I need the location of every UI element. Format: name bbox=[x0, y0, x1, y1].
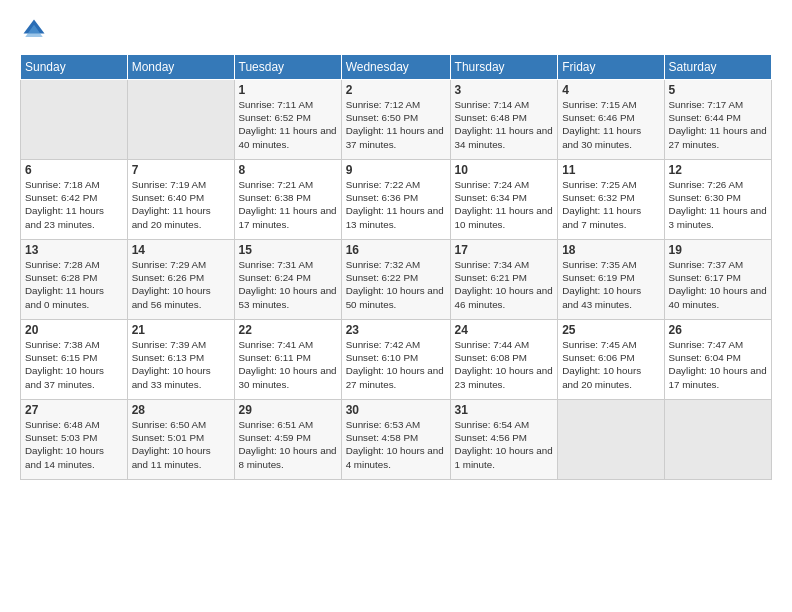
day-info: Sunrise: 7:41 AM Sunset: 6:11 PM Dayligh… bbox=[239, 338, 337, 391]
calendar-week-5: 27Sunrise: 6:48 AM Sunset: 5:03 PM Dayli… bbox=[21, 400, 772, 480]
calendar-cell: 16Sunrise: 7:32 AM Sunset: 6:22 PM Dayli… bbox=[341, 240, 450, 320]
day-number: 9 bbox=[346, 163, 446, 177]
calendar-cell: 25Sunrise: 7:45 AM Sunset: 6:06 PM Dayli… bbox=[558, 320, 664, 400]
day-number: 14 bbox=[132, 243, 230, 257]
calendar-cell: 17Sunrise: 7:34 AM Sunset: 6:21 PM Dayli… bbox=[450, 240, 558, 320]
header-saturday: Saturday bbox=[664, 55, 771, 80]
day-info: Sunrise: 7:14 AM Sunset: 6:48 PM Dayligh… bbox=[455, 98, 554, 151]
calendar-cell: 29Sunrise: 6:51 AM Sunset: 4:59 PM Dayli… bbox=[234, 400, 341, 480]
day-info: Sunrise: 7:18 AM Sunset: 6:42 PM Dayligh… bbox=[25, 178, 123, 231]
calendar-cell: 21Sunrise: 7:39 AM Sunset: 6:13 PM Dayli… bbox=[127, 320, 234, 400]
header-row: Sunday Monday Tuesday Wednesday Thursday… bbox=[21, 55, 772, 80]
day-info: Sunrise: 7:24 AM Sunset: 6:34 PM Dayligh… bbox=[455, 178, 554, 231]
day-number: 18 bbox=[562, 243, 659, 257]
calendar-cell: 19Sunrise: 7:37 AM Sunset: 6:17 PM Dayli… bbox=[664, 240, 771, 320]
calendar-week-3: 13Sunrise: 7:28 AM Sunset: 6:28 PM Dayli… bbox=[21, 240, 772, 320]
day-info: Sunrise: 7:22 AM Sunset: 6:36 PM Dayligh… bbox=[346, 178, 446, 231]
calendar-cell: 30Sunrise: 6:53 AM Sunset: 4:58 PM Dayli… bbox=[341, 400, 450, 480]
day-info: Sunrise: 7:39 AM Sunset: 6:13 PM Dayligh… bbox=[132, 338, 230, 391]
calendar-cell: 23Sunrise: 7:42 AM Sunset: 6:10 PM Dayli… bbox=[341, 320, 450, 400]
day-number: 11 bbox=[562, 163, 659, 177]
calendar-cell: 14Sunrise: 7:29 AM Sunset: 6:26 PM Dayli… bbox=[127, 240, 234, 320]
calendar-cell: 28Sunrise: 6:50 AM Sunset: 5:01 PM Dayli… bbox=[127, 400, 234, 480]
logo bbox=[20, 16, 52, 44]
calendar-body: 1Sunrise: 7:11 AM Sunset: 6:52 PM Daylig… bbox=[21, 80, 772, 480]
calendar-cell: 31Sunrise: 6:54 AM Sunset: 4:56 PM Dayli… bbox=[450, 400, 558, 480]
day-info: Sunrise: 7:25 AM Sunset: 6:32 PM Dayligh… bbox=[562, 178, 659, 231]
calendar-header: Sunday Monday Tuesday Wednesday Thursday… bbox=[21, 55, 772, 80]
day-info: Sunrise: 6:54 AM Sunset: 4:56 PM Dayligh… bbox=[455, 418, 554, 471]
day-number: 21 bbox=[132, 323, 230, 337]
day-number: 30 bbox=[346, 403, 446, 417]
day-number: 3 bbox=[455, 83, 554, 97]
day-info: Sunrise: 7:17 AM Sunset: 6:44 PM Dayligh… bbox=[669, 98, 767, 151]
day-number: 22 bbox=[239, 323, 337, 337]
day-number: 23 bbox=[346, 323, 446, 337]
calendar-cell: 26Sunrise: 7:47 AM Sunset: 6:04 PM Dayli… bbox=[664, 320, 771, 400]
calendar-cell: 15Sunrise: 7:31 AM Sunset: 6:24 PM Dayli… bbox=[234, 240, 341, 320]
day-info: Sunrise: 7:19 AM Sunset: 6:40 PM Dayligh… bbox=[132, 178, 230, 231]
calendar-week-4: 20Sunrise: 7:38 AM Sunset: 6:15 PM Dayli… bbox=[21, 320, 772, 400]
day-info: Sunrise: 6:53 AM Sunset: 4:58 PM Dayligh… bbox=[346, 418, 446, 471]
calendar-cell: 18Sunrise: 7:35 AM Sunset: 6:19 PM Dayli… bbox=[558, 240, 664, 320]
day-number: 13 bbox=[25, 243, 123, 257]
day-info: Sunrise: 6:51 AM Sunset: 4:59 PM Dayligh… bbox=[239, 418, 337, 471]
day-number: 7 bbox=[132, 163, 230, 177]
day-number: 20 bbox=[25, 323, 123, 337]
calendar-cell: 8Sunrise: 7:21 AM Sunset: 6:38 PM Daylig… bbox=[234, 160, 341, 240]
header bbox=[20, 16, 772, 44]
page: Sunday Monday Tuesday Wednesday Thursday… bbox=[0, 0, 792, 612]
day-number: 19 bbox=[669, 243, 767, 257]
day-number: 26 bbox=[669, 323, 767, 337]
day-number: 15 bbox=[239, 243, 337, 257]
calendar-cell: 5Sunrise: 7:17 AM Sunset: 6:44 PM Daylig… bbox=[664, 80, 771, 160]
day-info: Sunrise: 7:44 AM Sunset: 6:08 PM Dayligh… bbox=[455, 338, 554, 391]
calendar-cell: 12Sunrise: 7:26 AM Sunset: 6:30 PM Dayli… bbox=[664, 160, 771, 240]
day-number: 12 bbox=[669, 163, 767, 177]
calendar-table: Sunday Monday Tuesday Wednesday Thursday… bbox=[20, 54, 772, 480]
day-number: 10 bbox=[455, 163, 554, 177]
calendar-cell bbox=[558, 400, 664, 480]
day-info: Sunrise: 7:47 AM Sunset: 6:04 PM Dayligh… bbox=[669, 338, 767, 391]
day-info: Sunrise: 7:37 AM Sunset: 6:17 PM Dayligh… bbox=[669, 258, 767, 311]
calendar-cell bbox=[127, 80, 234, 160]
calendar-cell: 10Sunrise: 7:24 AM Sunset: 6:34 PM Dayli… bbox=[450, 160, 558, 240]
header-wednesday: Wednesday bbox=[341, 55, 450, 80]
day-number: 5 bbox=[669, 83, 767, 97]
day-info: Sunrise: 7:29 AM Sunset: 6:26 PM Dayligh… bbox=[132, 258, 230, 311]
calendar-cell: 6Sunrise: 7:18 AM Sunset: 6:42 PM Daylig… bbox=[21, 160, 128, 240]
calendar-cell: 9Sunrise: 7:22 AM Sunset: 6:36 PM Daylig… bbox=[341, 160, 450, 240]
calendar-cell: 11Sunrise: 7:25 AM Sunset: 6:32 PM Dayli… bbox=[558, 160, 664, 240]
day-info: Sunrise: 7:31 AM Sunset: 6:24 PM Dayligh… bbox=[239, 258, 337, 311]
header-sunday: Sunday bbox=[21, 55, 128, 80]
calendar-cell: 7Sunrise: 7:19 AM Sunset: 6:40 PM Daylig… bbox=[127, 160, 234, 240]
calendar-cell bbox=[664, 400, 771, 480]
day-info: Sunrise: 6:48 AM Sunset: 5:03 PM Dayligh… bbox=[25, 418, 123, 471]
day-info: Sunrise: 6:50 AM Sunset: 5:01 PM Dayligh… bbox=[132, 418, 230, 471]
calendar-week-2: 6Sunrise: 7:18 AM Sunset: 6:42 PM Daylig… bbox=[21, 160, 772, 240]
day-info: Sunrise: 7:42 AM Sunset: 6:10 PM Dayligh… bbox=[346, 338, 446, 391]
day-info: Sunrise: 7:45 AM Sunset: 6:06 PM Dayligh… bbox=[562, 338, 659, 391]
calendar-cell: 20Sunrise: 7:38 AM Sunset: 6:15 PM Dayli… bbox=[21, 320, 128, 400]
day-number: 8 bbox=[239, 163, 337, 177]
calendar-cell: 13Sunrise: 7:28 AM Sunset: 6:28 PM Dayli… bbox=[21, 240, 128, 320]
day-number: 25 bbox=[562, 323, 659, 337]
day-number: 4 bbox=[562, 83, 659, 97]
day-number: 16 bbox=[346, 243, 446, 257]
day-info: Sunrise: 7:35 AM Sunset: 6:19 PM Dayligh… bbox=[562, 258, 659, 311]
day-info: Sunrise: 7:38 AM Sunset: 6:15 PM Dayligh… bbox=[25, 338, 123, 391]
day-info: Sunrise: 7:28 AM Sunset: 6:28 PM Dayligh… bbox=[25, 258, 123, 311]
header-monday: Monday bbox=[127, 55, 234, 80]
day-number: 24 bbox=[455, 323, 554, 337]
day-number: 1 bbox=[239, 83, 337, 97]
day-info: Sunrise: 7:34 AM Sunset: 6:21 PM Dayligh… bbox=[455, 258, 554, 311]
day-number: 28 bbox=[132, 403, 230, 417]
calendar-cell: 22Sunrise: 7:41 AM Sunset: 6:11 PM Dayli… bbox=[234, 320, 341, 400]
day-info: Sunrise: 7:26 AM Sunset: 6:30 PM Dayligh… bbox=[669, 178, 767, 231]
day-info: Sunrise: 7:12 AM Sunset: 6:50 PM Dayligh… bbox=[346, 98, 446, 151]
calendar-cell: 1Sunrise: 7:11 AM Sunset: 6:52 PM Daylig… bbox=[234, 80, 341, 160]
day-number: 6 bbox=[25, 163, 123, 177]
logo-icon bbox=[20, 16, 48, 44]
calendar-cell: 24Sunrise: 7:44 AM Sunset: 6:08 PM Dayli… bbox=[450, 320, 558, 400]
day-number: 2 bbox=[346, 83, 446, 97]
